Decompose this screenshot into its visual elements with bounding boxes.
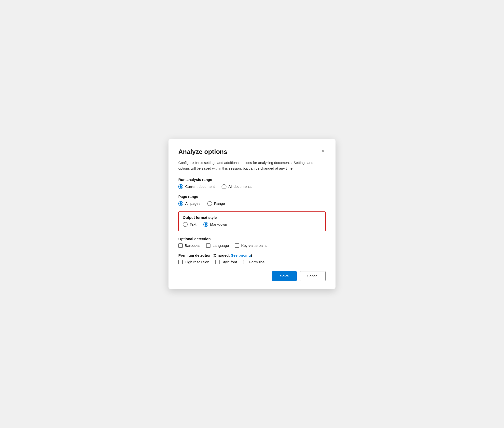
dialog-description: Configure basic settings and additional … bbox=[178, 160, 326, 171]
analyze-options-dialog: Analyze options × Configure basic settin… bbox=[168, 139, 336, 289]
checkbox-barcodes[interactable]: Barcodes bbox=[178, 243, 200, 248]
premium-detection-section: Premium detection (Charged: See pricing)… bbox=[178, 253, 326, 264]
radio-markdown-input[interactable] bbox=[203, 222, 208, 227]
checkbox-language-input[interactable] bbox=[206, 243, 210, 248]
radio-range-input[interactable] bbox=[207, 201, 212, 206]
cancel-button[interactable]: Cancel bbox=[300, 271, 326, 281]
checkbox-key-value-pairs-input[interactable] bbox=[235, 243, 239, 248]
close-button[interactable]: × bbox=[320, 148, 326, 154]
radio-text-input[interactable] bbox=[183, 222, 188, 227]
radio-range-label: Range bbox=[214, 201, 225, 206]
radio-current-document-input[interactable] bbox=[178, 184, 183, 189]
run-analysis-range-section: Run analysis range Current document All … bbox=[178, 177, 326, 189]
premium-label-suffix: ) bbox=[251, 253, 252, 257]
radio-text-label: Text bbox=[190, 222, 196, 226]
dialog-title: Analyze options bbox=[178, 148, 227, 156]
radio-all-pages-label: All pages bbox=[185, 201, 200, 206]
checkbox-key-value-pairs[interactable]: Key-value pairs bbox=[235, 243, 266, 248]
optional-detection-group: Barcodes Language Key-value pairs bbox=[178, 243, 326, 248]
premium-detection-label: Premium detection (Charged: See pricing) bbox=[178, 253, 326, 257]
run-analysis-range-label: Run analysis range bbox=[178, 177, 326, 182]
checkbox-formulas[interactable]: Formulas bbox=[243, 260, 265, 264]
radio-all-documents[interactable]: All documents bbox=[222, 184, 252, 189]
output-format-style-label: Output format style bbox=[183, 215, 321, 220]
checkbox-barcodes-input[interactable] bbox=[178, 243, 183, 248]
radio-all-pages[interactable]: All pages bbox=[178, 201, 200, 206]
checkbox-barcodes-label: Barcodes bbox=[185, 243, 200, 248]
output-format-style-section: Output format style Text Markdown bbox=[178, 211, 326, 231]
checkbox-language-label: Language bbox=[212, 243, 229, 248]
premium-detection-group: High resolution Style font Formulas bbox=[178, 260, 326, 264]
radio-current-document[interactable]: Current document bbox=[178, 184, 215, 189]
page-range-section: Page range All pages Range bbox=[178, 194, 326, 206]
checkbox-style-font-label: Style font bbox=[222, 260, 237, 264]
optional-detection-section: Optional detection Barcodes Language Key… bbox=[178, 237, 326, 248]
radio-current-document-label: Current document bbox=[185, 184, 215, 189]
checkbox-formulas-label: Formulas bbox=[249, 260, 265, 264]
premium-label-prefix: Premium detection (Charged: bbox=[178, 253, 231, 257]
radio-all-pages-input[interactable] bbox=[178, 201, 183, 206]
radio-text[interactable]: Text bbox=[183, 222, 196, 227]
checkbox-high-resolution-input[interactable] bbox=[178, 260, 183, 264]
radio-range[interactable]: Range bbox=[207, 201, 225, 206]
radio-all-documents-label: All documents bbox=[228, 184, 252, 189]
radio-all-documents-input[interactable] bbox=[222, 184, 226, 189]
checkbox-language[interactable]: Language bbox=[206, 243, 229, 248]
checkbox-formulas-input[interactable] bbox=[243, 260, 247, 264]
output-format-style-group: Text Markdown bbox=[183, 222, 321, 227]
dialog-footer: Save Cancel bbox=[178, 271, 326, 281]
radio-markdown[interactable]: Markdown bbox=[203, 222, 227, 227]
dialog-header: Analyze options × bbox=[178, 148, 326, 156]
checkbox-high-resolution[interactable]: High resolution bbox=[178, 260, 209, 264]
page-range-label: Page range bbox=[178, 194, 326, 199]
optional-detection-label: Optional detection bbox=[178, 237, 326, 241]
checkbox-key-value-pairs-label: Key-value pairs bbox=[241, 243, 266, 248]
radio-markdown-label: Markdown bbox=[210, 222, 227, 226]
see-pricing-link[interactable]: See pricing bbox=[231, 253, 251, 257]
run-analysis-range-group: Current document All documents bbox=[178, 184, 326, 189]
checkbox-style-font[interactable]: Style font bbox=[215, 260, 237, 264]
checkbox-high-resolution-label: High resolution bbox=[185, 260, 209, 264]
page-range-group: All pages Range bbox=[178, 201, 326, 206]
checkbox-style-font-input[interactable] bbox=[215, 260, 220, 264]
save-button[interactable]: Save bbox=[272, 271, 297, 281]
